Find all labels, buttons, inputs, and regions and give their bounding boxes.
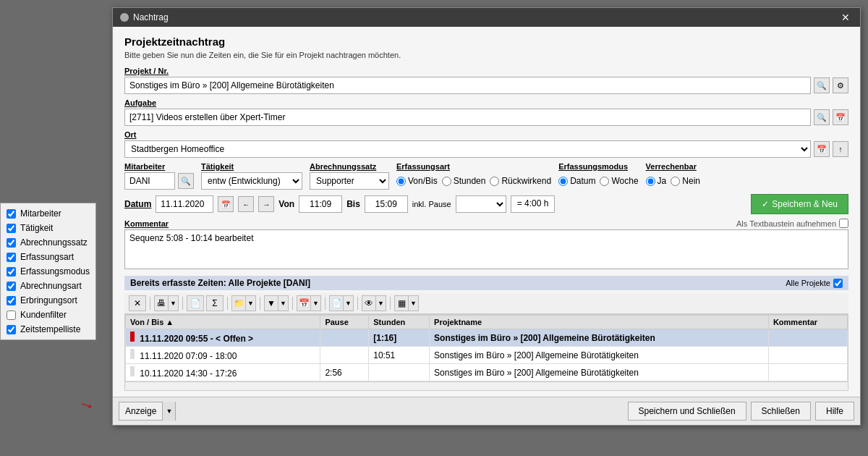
sidebar-item-erfassungsmodus[interactable]: Erfassungsmodus xyxy=(1,264,95,279)
erfassungsart-label: Erfassungsart xyxy=(396,162,551,171)
tb-folder-btn[interactable]: 📁 xyxy=(231,295,246,311)
radio-rueckwirkend[interactable]: Rückwirkend xyxy=(490,176,551,186)
sidebar-item-erbringungsort[interactable]: Erbringungsort xyxy=(1,293,95,308)
dialog-close-button[interactable]: ✕ xyxy=(838,12,853,23)
ort-select[interactable]: Stadtbergen Homeoffice xyxy=(124,140,811,158)
radio-vonbis[interactable]: Von/Bis xyxy=(396,176,438,186)
datum-calendar-icon[interactable]: 📅 xyxy=(218,196,234,212)
datum-next-btn[interactable]: → xyxy=(258,196,274,212)
tb-export-arrow[interactable]: ▼ xyxy=(344,295,354,311)
save-close-button[interactable]: Speichern und Schließen xyxy=(628,402,746,421)
tb-filter-arrow[interactable]: ▼ xyxy=(278,295,289,311)
horizontal-scrollbar[interactable] xyxy=(125,381,848,390)
tb-folder-dropdown[interactable]: 📁 ▼ xyxy=(231,295,256,311)
save-new-icon: ✓ xyxy=(762,199,769,209)
tb-calendar-btn[interactable]: 📅 xyxy=(297,295,311,311)
anzeige-arrow-icon[interactable]: ▼ xyxy=(162,402,175,421)
tb-eye-arrow[interactable]: ▼ xyxy=(376,295,386,311)
sidebar-item-erfassungsart[interactable]: Erfassungsart xyxy=(1,250,95,264)
tb-calendar-arrow[interactable]: ▼ xyxy=(311,295,321,311)
radio-ja[interactable]: Ja xyxy=(646,176,667,186)
page-subtitle: Bitte geben Sie nun die Zeiten ein, die … xyxy=(124,51,848,59)
th-stunden[interactable]: Stunden xyxy=(369,316,430,329)
alle-projekte-checkbox[interactable] xyxy=(833,279,843,288)
th-projektname[interactable]: Projektname xyxy=(430,316,769,329)
abrechnungssatz-select[interactable]: Supporter xyxy=(310,172,389,190)
tb-print-arrow[interactable]: ▼ xyxy=(169,295,179,311)
tb-delete-btn[interactable]: ✕ xyxy=(129,295,146,311)
tb-copy-btn[interactable]: 📄 xyxy=(187,295,204,311)
taetigkeit-select[interactable]: entw (Entwicklung) xyxy=(201,172,302,190)
td-projekt-1: Sonstiges im Büro » [200] Allgemeine Bür… xyxy=(430,329,769,347)
datum-prev-btn[interactable]: ← xyxy=(238,196,254,212)
tb-print-btn[interactable]: 🖶 xyxy=(154,295,169,311)
tb-grid-dropdown[interactable]: ▦ ▼ xyxy=(394,295,419,311)
ort-calendar-icon[interactable]: 📅 xyxy=(814,141,830,157)
table-row[interactable]: 11.11.2020 07:09 - 18:00 10:51 Sonstiges… xyxy=(126,347,848,364)
mitarbeiter-input[interactable] xyxy=(124,172,175,190)
von-input[interactable] xyxy=(299,195,342,213)
tb-sep-3 xyxy=(227,297,228,310)
help-button[interactable]: Hilfe xyxy=(815,402,854,421)
sidebar-item-zeitstempelliste[interactable]: Zeitstempelliste xyxy=(1,322,95,337)
erfassungsmodus-col: Erfassungsmodus Datum Woche xyxy=(558,162,638,190)
tb-eye-dropdown[interactable]: 👁 ▼ xyxy=(362,295,386,311)
verrechenbar-col: Verrechenbar Ja Nein xyxy=(646,162,700,190)
anzeige-button[interactable]: Anzeige ▼ xyxy=(119,402,176,421)
tb-export-dropdown[interactable]: 📄 ▼ xyxy=(329,295,354,311)
projekt-input[interactable] xyxy=(124,77,811,94)
tb-eye-btn[interactable]: 👁 xyxy=(362,295,376,311)
save-new-button[interactable]: ✓ Speichern & Neu xyxy=(751,194,848,214)
tb-sep-1 xyxy=(150,297,150,310)
textbaustein-link[interactable]: Als Textbaustein aufnehmen xyxy=(736,219,848,228)
table-scroll[interactable]: Von / Bis ▲ Pause Stunden Projektname Ko… xyxy=(125,315,848,381)
titlebar-left: Nachtrag xyxy=(120,12,169,22)
table-header-row: Von / Bis ▲ Pause Stunden Projektname Ko… xyxy=(126,316,848,329)
projekt-search-icon[interactable]: 🔍 xyxy=(814,77,830,93)
aufgabe-label: Aufgabe xyxy=(124,98,848,107)
pause-select[interactable] xyxy=(456,195,506,213)
sidebar-item-taetigkeit[interactable]: Tätigkeit xyxy=(1,221,95,235)
textbaustein-checkbox[interactable] xyxy=(839,219,848,228)
aufgabe-calendar-icon[interactable]: 📅 xyxy=(833,109,848,125)
pause-label: inkl. Pause xyxy=(412,200,451,208)
projekt-settings-icon[interactable]: ⚙ xyxy=(833,77,848,93)
sidebar-item-abrechnungsart[interactable]: Abrechnungsart xyxy=(1,279,95,293)
radio-nein[interactable]: Nein xyxy=(671,176,700,186)
sidebar-item-mitarbeiter[interactable]: Mitarbeiter xyxy=(1,206,95,221)
tb-filter-dropdown[interactable]: ▼ ▼ xyxy=(264,295,289,311)
th-von-bis[interactable]: Von / Bis ▲ xyxy=(126,316,320,329)
radio-stunden[interactable]: Stunden xyxy=(442,176,486,186)
kommentar-textarea[interactable]: Sequenz 5:08 - 10:14 bearbeitet xyxy=(124,229,848,269)
datum-input[interactable] xyxy=(156,195,213,213)
row-red-indicator xyxy=(130,332,135,342)
sidebar-item-kundenfilter[interactable]: Kundenfilter xyxy=(1,308,95,322)
tb-grid-btn[interactable]: ▦ xyxy=(394,295,409,311)
th-pause[interactable]: Pause xyxy=(320,316,369,329)
ort-arrow-icon[interactable]: ↑ xyxy=(833,141,848,157)
tb-calendar-dropdown[interactable]: 📅 ▼ xyxy=(297,295,321,311)
tb-filter-btn[interactable]: ▼ xyxy=(264,295,278,311)
tb-grid-arrow[interactable]: ▼ xyxy=(409,295,419,311)
close-button[interactable]: Schließen xyxy=(751,402,811,421)
radio-datum[interactable]: Datum xyxy=(558,176,595,186)
td-pause-3: 2:56 xyxy=(320,364,369,381)
mitarbeiter-search-icon[interactable]: 🔍 xyxy=(178,173,194,189)
table-row[interactable]: 10.11.2020 14:30 - 17:26 2:56 Sonstiges … xyxy=(126,364,848,381)
aufgabe-group: Aufgabe 🔍 📅 xyxy=(124,98,848,126)
tb-export-btn[interactable]: 📄 xyxy=(329,295,344,311)
th-kommentar[interactable]: Kommentar xyxy=(768,316,847,329)
bis-input[interactable] xyxy=(365,195,408,213)
mitarbeiter-col: Mitarbeiter 🔍 xyxy=(124,162,194,190)
red-arrow-indicator: → xyxy=(75,392,98,418)
dialog-titlebar: Nachtrag ✕ xyxy=(113,8,860,27)
aufgabe-search-icon[interactable]: 🔍 xyxy=(814,109,830,125)
table-row[interactable]: 11.11.2020 09:55 - < Offen > [1:16] Sons… xyxy=(126,329,848,347)
tb-print-dropdown[interactable]: 🖶 ▼ xyxy=(154,295,179,311)
aufgabe-input[interactable] xyxy=(124,109,811,126)
radio-woche[interactable]: Woche xyxy=(600,176,638,186)
sidebar-item-abrechnungssatz[interactable]: Abrechnungssatz xyxy=(1,235,95,250)
tb-sum-btn[interactable]: Σ xyxy=(206,295,224,311)
tb-folder-arrow[interactable]: ▼ xyxy=(246,295,256,311)
taetigkeit-label: Tätigkeit xyxy=(201,162,302,171)
